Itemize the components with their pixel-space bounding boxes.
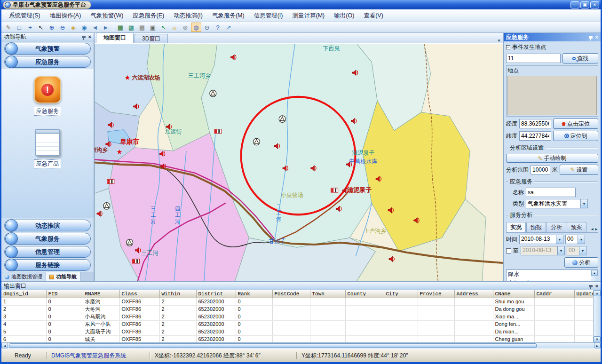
- tabs-scroll-left-icon[interactable]: ◄: [590, 227, 594, 231]
- rp-tab-预报[interactable]: 预报: [526, 222, 546, 232]
- eye-tool[interactable]: ⊙: [202, 23, 212, 32]
- set-range-button[interactable]: ✎ 设置: [560, 165, 598, 175]
- table-row[interactable]: 20大冬沟OXFF8626523020000Da dong gou: [1, 305, 593, 313]
- nav-group-动态推演[interactable]: 动态推演: [4, 220, 91, 231]
- column-header-District[interactable]: District: [196, 290, 236, 298]
- chevron-down-icon[interactable]: ▼: [556, 235, 563, 244]
- scroll-up-icon[interactable]: ▲: [594, 290, 601, 296]
- restore-button[interactable]: ▣: [580, 1, 589, 8]
- menu-item[interactable]: 应急服务(E): [128, 10, 169, 22]
- select-box-tool[interactable]: □: [14, 23, 24, 32]
- save-map-tool[interactable]: ▤: [137, 23, 147, 32]
- end-date-combo[interactable]: 2010-08-13 ▼: [521, 246, 565, 255]
- service-name-input[interactable]: [526, 188, 576, 197]
- collapse-icon[interactable]: −: [506, 45, 510, 49]
- list-item[interactable]: 降水: [507, 270, 591, 279]
- latitude-input[interactable]: [519, 131, 551, 141]
- listbox-scrollbar[interactable]: ▲ ▼: [591, 270, 598, 281]
- export-tool[interactable]: ↗: [223, 23, 234, 32]
- element-listbox[interactable]: 降水空气温度 ▲ ▼: [506, 269, 598, 281]
- menu-item[interactable]: 信息管理(I): [249, 10, 288, 22]
- map-tab-地图窗口[interactable]: 地图窗口: [96, 32, 134, 43]
- zoom-out-tool[interactable]: ⊖: [57, 23, 68, 32]
- manual-draw-button[interactable]: ✎ 手动绘制: [506, 154, 598, 163]
- map-tab-3D窗口[interactable]: 3D窗口: [135, 34, 168, 43]
- search-button[interactable]: 查找: [562, 53, 598, 63]
- close-icon[interactable]: ×: [595, 35, 598, 40]
- longitude-input[interactable]: [519, 119, 551, 128]
- column-header-CAddr[interactable]: CAddr: [534, 290, 574, 298]
- nav-group-服务链接[interactable]: 服务链接: [4, 259, 91, 271]
- table-row[interactable]: 10水磨沟OXFF8626523020000Shui mo gou: [1, 298, 593, 305]
- map-view[interactable]: ★★ 下西泉六运湖农场三工河乡九运街阜康市水磨沟乡滋泥泉子中葛根水库滋泥泉子小泉…: [95, 43, 503, 281]
- end-hour-combo[interactable]: 00 ▼: [567, 246, 586, 255]
- menu-item[interactable]: 查看(V): [359, 10, 388, 22]
- full-extent-tool[interactable]: ◉: [79, 23, 89, 32]
- scroll-down-icon[interactable]: ▼: [594, 336, 601, 342]
- rp-tab-实况[interactable]: 实况: [506, 222, 526, 232]
- map-image-tool[interactable]: ▦: [115, 23, 126, 32]
- column-header-Class[interactable]: Class: [119, 290, 159, 298]
- column-header-Provice[interactable]: Provice: [418, 290, 454, 298]
- column-header-Update[interactable]: Update: [574, 290, 593, 298]
- emergency-product-icon[interactable]: [35, 129, 60, 156]
- range-input[interactable]: [531, 165, 550, 174]
- column-header-City[interactable]: City: [384, 290, 418, 298]
- rp-tab-分析[interactable]: 分析: [547, 222, 566, 232]
- column-header-Within[interactable]: Within: [159, 290, 196, 298]
- rp-tab-预案[interactable]: 预案: [567, 222, 586, 232]
- location-input[interactable]: [506, 54, 561, 63]
- scroll-right-icon[interactable]: ►: [594, 343, 601, 348]
- shortcut-应急服务[interactable]: !应急服务: [34, 76, 61, 116]
- table-row[interactable]: 50大面场子沟OXFF8626523020000Da mian...: [1, 328, 593, 335]
- close-button[interactable]: ×: [590, 1, 599, 8]
- analyze-button[interactable]: 分析: [564, 257, 598, 268]
- pencil-tool[interactable]: ✎: [3, 23, 14, 32]
- column-header-Town[interactable]: Town: [310, 290, 345, 298]
- nav-group-气象预警[interactable]: 气象预警: [4, 43, 91, 55]
- chevron-down-icon[interactable]: ▼: [579, 246, 586, 255]
- pan-tool[interactable]: ◈: [68, 23, 79, 32]
- print-tool[interactable]: ▣: [148, 23, 158, 32]
- zoom-next-tool[interactable]: ►: [101, 23, 111, 32]
- column-header-FID[interactable]: FID: [46, 290, 83, 298]
- close-icon[interactable]: ×: [595, 284, 598, 289]
- scrollbar-thumb[interactable]: [9, 343, 537, 348]
- chevron-down-icon[interactable]: ▼: [557, 246, 564, 255]
- pin-icon[interactable]: [589, 285, 593, 287]
- click-locate-button[interactable]: 点击定位: [553, 119, 598, 129]
- column-header-County[interactable]: County: [345, 290, 384, 298]
- table-row[interactable]: 40东风一小队OXFF8626523020000Dong fen...: [1, 320, 593, 328]
- hint-tool[interactable]: ☼: [169, 23, 180, 32]
- column-header-CName[interactable]: CName: [493, 290, 534, 298]
- menu-item[interactable]: 系统管理(S): [4, 10, 45, 22]
- column-header-RNAME[interactable]: RNAME: [83, 290, 119, 298]
- tab-dropdown-icon[interactable]: ▼: [497, 39, 501, 43]
- minimize-button[interactable]: —: [570, 1, 579, 8]
- column-header-dmgis_id[interactable]: dmgis_id: [1, 290, 46, 298]
- nav-group-信息管理[interactable]: 信息管理: [4, 246, 91, 258]
- left-tab-地图数据管理[interactable]: 地图数据管理: [1, 272, 46, 281]
- pin-icon[interactable]: [589, 36, 593, 39]
- settings-tool[interactable]: ⊛: [180, 23, 190, 32]
- scroll-up-icon[interactable]: ▲: [591, 270, 598, 276]
- locate-to-button[interactable]: 定位到: [553, 131, 598, 141]
- scroll-left-icon[interactable]: ◄: [1, 343, 8, 348]
- select-plus-tool[interactable]: +: [25, 23, 35, 32]
- zoom-in-tool[interactable]: ⊕: [47, 23, 57, 32]
- select-arrow-tool[interactable]: ↖: [36, 23, 46, 32]
- pin-icon[interactable]: [82, 36, 86, 38]
- table-row[interactable]: 60城关OXFF8526523020000Cheng guan: [1, 335, 593, 342]
- shortcut-应急产品[interactable]: 应急产品: [34, 129, 61, 168]
- service-type-combo[interactable]: 气象和洪水灾害 ▼: [526, 199, 588, 208]
- nav-group-气象服务[interactable]: 气象服务: [4, 233, 91, 245]
- menu-item[interactable]: 气象预警(W): [86, 10, 128, 22]
- select-element-tool[interactable]: ↖: [158, 23, 169, 32]
- emergency-service-icon[interactable]: !: [34, 76, 61, 103]
- to-checkbox[interactable]: [506, 248, 511, 253]
- output-hscrollbar[interactable]: ◄ ►: [1, 342, 601, 348]
- chevron-down-icon[interactable]: ▼: [580, 199, 587, 208]
- map-canvas[interactable]: ★★ 下西泉六运湖农场三工河乡九运街阜康市水磨沟乡滋泥泉子中葛根水库滋泥泉子小泉…: [95, 44, 503, 281]
- menu-item[interactable]: 动态推演(I): [169, 10, 207, 22]
- output-vscrollbar[interactable]: ▲ ▼: [593, 290, 601, 342]
